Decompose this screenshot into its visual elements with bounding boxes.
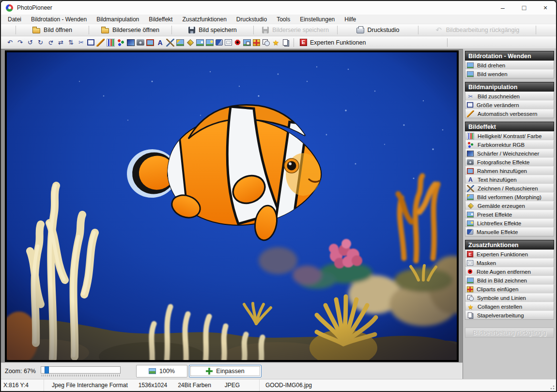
toolbar-separator — [536, 26, 536, 34]
rotate-ccw-icon[interactable] — [26, 39, 34, 47]
sidebar-item-bild-drehen[interactable]: Bild drehen — [465, 61, 554, 70]
rotate-cw-icon[interactable] — [36, 39, 45, 47]
sidebar-item-manuelle-effekte[interactable]: Manuelle Effekte — [465, 227, 554, 236]
expert-functions-button[interactable]: Experten Funktionen — [298, 39, 368, 46]
maximize-button[interactable]: □ — [513, 1, 535, 15]
bild-ffnen-button[interactable]: Bild öffnen — [16, 24, 89, 36]
sidebar-item-symbole-und-linien[interactable]: Symbole und Linien — [465, 293, 554, 302]
image-canvas[interactable] — [5, 50, 459, 362]
menu-item-hilfe[interactable]: Hilfe — [340, 15, 361, 24]
histogram-icon[interactable] — [107, 39, 115, 47]
manual-effects-icon[interactable] — [216, 39, 223, 46]
file-name: GOOD-IMG06.jpg — [265, 382, 312, 389]
sidebar-item-label: Masken — [477, 260, 496, 266]
sidebar-item-rahmen-hinzuf-gen[interactable]: Rahmen hinzufügen — [465, 166, 554, 175]
shapes-lines-icon[interactable] — [262, 39, 270, 46]
sidebar-item-text-hinzuf-gen[interactable]: Text hinzufügen — [465, 175, 554, 184]
sidebar-item-masken[interactable]: Masken — [465, 258, 554, 267]
retouch-tools-icon[interactable] — [166, 39, 174, 47]
sidebar-item-label: Rote Augen entfernen — [477, 269, 531, 275]
bilderserie-ffnen-button[interactable]: Bilderserie öffnen — [89, 24, 171, 36]
menu-item-bildrotation-wenden[interactable]: Bildrotation - Wenden — [26, 15, 92, 24]
photo-flip-icon — [467, 71, 474, 77]
sidebar-item-cliparts-einf-gen[interactable]: Cliparts einfügen — [465, 284, 554, 294]
crop-scissors-icon[interactable] — [77, 39, 85, 47]
sidebar-item-label: Automatisch verbessern — [478, 111, 537, 117]
add-frame-icon[interactable] — [146, 39, 154, 46]
paint-nib-icon[interactable] — [186, 39, 194, 47]
sidebar-item-fotografische-effekte[interactable]: Fotografische Effekte — [465, 157, 554, 167]
zoom-slider-thumb[interactable] — [45, 366, 49, 374]
rotate-180-icon[interactable] — [47, 38, 55, 47]
sidebar-item-helligkeit-kontrast-farbe[interactable]: Helligkeit/ Kontrast/ Farbe — [465, 131, 554, 141]
zoom-100-label: 100% — [159, 368, 175, 375]
lens-flare-icon[interactable] — [206, 39, 214, 46]
menu-item-druckstudio[interactable]: Druckstudio — [232, 15, 272, 24]
sidebar-item-bild-in-bild-zeichnen[interactable]: Bild in Bild zeichnen — [465, 276, 554, 285]
sidebar-section-header: Bildeffekt — [465, 122, 554, 132]
sidebar-item-automatisch-verbessern[interactable]: Automatisch verbessern — [465, 109, 554, 118]
rotate-right-90-icon[interactable] — [16, 39, 24, 47]
batch-stack-icon[interactable] — [282, 39, 290, 46]
rotate-left-90-icon[interactable] — [6, 39, 14, 47]
expert-e-icon — [300, 39, 307, 46]
close-button[interactable]: × — [535, 1, 556, 15]
collage-star-icon — [467, 303, 474, 310]
morph-image-icon[interactable] — [176, 39, 184, 46]
expert-functions-label: Experten Funktionen — [310, 39, 366, 46]
druckstudio-button[interactable]: Druckstudio — [338, 24, 418, 36]
minimize-button[interactable]: – — [492, 1, 513, 15]
sidebar-section-header: Zusatzfunktionen — [465, 240, 554, 250]
sidebar-item-sch-rfer-weichzeichner[interactable]: Schärfer / Weichzeichner — [465, 149, 554, 158]
sidebar-item-label: Fotografische Effekte — [477, 159, 529, 165]
histogram-icon — [467, 132, 474, 139]
undo-icon — [435, 26, 443, 34]
resize-grip[interactable] — [549, 384, 555, 390]
clipart-icon[interactable] — [253, 39, 260, 46]
sidebar-item-rote-augen-entfernen[interactable]: Rote Augen entfernen — [465, 267, 554, 276]
sidebar-item-bild-zuschneiden[interactable]: Bild zuschneiden — [465, 92, 554, 101]
sidebar-item-gr-e-ver-ndern[interactable]: Größe verändern — [465, 100, 554, 110]
rgb-dots-icon[interactable] — [117, 39, 125, 47]
zoom-slider-track[interactable] — [41, 366, 121, 374]
red-eye-icon[interactable] — [234, 39, 241, 46]
sidebar-section-header: Bildmanipulation — [465, 82, 554, 92]
zoom-level-label: Zoom: 67% — [5, 368, 37, 375]
magic-wand-icon[interactable] — [96, 39, 105, 47]
resize-frame-icon[interactable] — [87, 39, 94, 46]
sidebar-item-stapelverarbeitung[interactable]: Stapelverarbeitung — [465, 311, 554, 320]
zoom-100-button[interactable]: 100% — [136, 365, 187, 377]
sidebar-item-experten-funktionen[interactable]: Experten Funktionen — [465, 250, 554, 259]
sidebar-item-zeichnen-retuschieren[interactable]: Zeichnen / Retuschieren — [465, 184, 554, 193]
photo-effects-camera-icon — [467, 159, 474, 165]
menu-item-bildeffekt[interactable]: Bildeffekt — [144, 15, 177, 24]
sidebar-item-collagen-erstellen[interactable]: Collagen erstellen — [465, 302, 554, 311]
sidebar-item-bild-wenden[interactable]: Bild wenden — [465, 69, 554, 78]
statusbar: X:816 Y:4 Jpeg File Interchange Format 1… — [1, 379, 556, 391]
sidebar-item-lichtreflex-effekte[interactable]: Lichtreflex Effekte — [465, 219, 554, 228]
sidebar-item-gem-lde-erzeugen[interactable]: Gemälde erzeugen — [465, 201, 554, 210]
collage-star-icon[interactable] — [272, 39, 280, 47]
sidebar-item-farbkorrektur-rgb[interactable]: Farbkorrektur RGB — [465, 140, 554, 149]
menu-item-datei[interactable]: Datei — [3, 15, 26, 24]
add-text-icon[interactable] — [156, 39, 164, 47]
preset-effects-icon[interactable] — [196, 39, 204, 46]
menu-item-bildmanipulation[interactable]: Bildmanipulation — [92, 15, 144, 24]
menu-item-einstellungen[interactable]: Einstellungen — [295, 15, 340, 24]
resize-frame-icon — [467, 102, 473, 108]
sidebar-section-zusatzfunktionen: ZusatzfunktionenExperten FunktionenMaske… — [465, 240, 554, 320]
fit-to-window-button[interactable]: Einpassen — [189, 365, 262, 377]
bild-speichern-button[interactable]: Bild speichern — [172, 24, 253, 36]
sidebar-item-preset-effekte[interactable]: Preset Effekte — [465, 210, 554, 219]
undo-editing-button-disabled: Bildbearbeitung rückgängig — [465, 328, 554, 338]
sidebar-item-bild-verformen-morphing[interactable]: Bild verformen (Morphing) — [465, 192, 554, 202]
mask-icon[interactable] — [225, 39, 232, 46]
flip-vertical-icon[interactable] — [67, 39, 75, 47]
menu-item-zusatzfunktionen[interactable]: Zusatzfunktionen — [177, 15, 231, 24]
photo-effects-camera-icon[interactable] — [137, 39, 144, 46]
picture-in-picture-icon[interactable] — [243, 39, 251, 46]
sharpen-image-icon[interactable] — [127, 39, 135, 46]
flip-horizontal-icon[interactable] — [57, 39, 65, 47]
menu-item-tools[interactable]: Tools — [272, 15, 295, 24]
zoom-slider[interactable] — [41, 365, 121, 377]
